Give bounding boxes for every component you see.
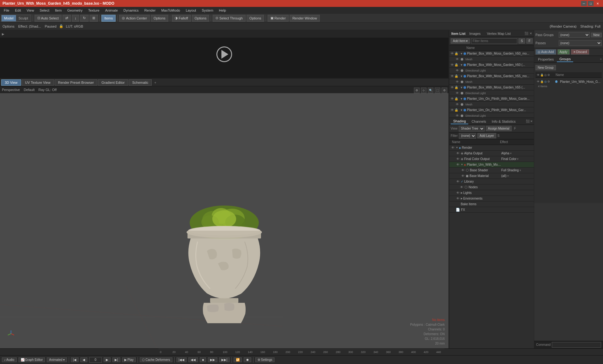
select-through-btn[interactable]: ⊙ Select Through [213, 15, 245, 22]
expand-triangle-icon[interactable]: ▶ [461, 197, 463, 200]
shader-row-environments[interactable]: 👁 ▶ Environments [449, 196, 534, 201]
maximize-button[interactable]: □ [588, 1, 594, 6]
list-item[interactable]: 👁🔒 ▼ Planter_Box_With_Moss_Garden_h55_mo… [449, 73, 534, 79]
assign-material-btn[interactable]: Assign Material [486, 126, 512, 131]
add-viewport-tab-btn[interactable]: + [152, 80, 158, 85]
collapse-arrow-icon[interactable]: ▼ [460, 97, 463, 100]
menu-select[interactable]: Select [37, 8, 52, 13]
3d-viewport[interactable]: Perspective Default Ray GL: Off ⚙ ⊹ 🔍 ⬚ … [0, 86, 448, 348]
close-button[interactable]: ✕ [595, 1, 600, 6]
collapse-arrow-icon[interactable]: ▼ [460, 75, 463, 78]
transform-btn1[interactable]: ⇄ [62, 15, 71, 22]
play-btn[interactable]: ▶ Play [122, 357, 136, 362]
shader-tree[interactable]: 👁 ▼ ● Render 👁 ◈ Alpha Output Alpha ▾ [449, 145, 534, 348]
shading-close-icon[interactable]: ✕ [530, 120, 533, 123]
expand-triangle-icon[interactable]: ▼ [461, 163, 463, 166]
list-item[interactable]: 👁 Directional Light [449, 113, 534, 117]
shader-row-planter-group[interactable]: 👁 ▼ ● Planter_Urn_With_Moss_Ga... [449, 162, 534, 168]
add-item-btn[interactable]: Add Item ▾ [451, 38, 470, 44]
eye-icon[interactable]: 👁 [456, 69, 459, 72]
next-frame-btn[interactable]: ▶ [104, 357, 111, 362]
menu-layout[interactable]: Layout [183, 8, 198, 13]
shader-row-fx[interactable]: 📄 FX [449, 207, 534, 213]
item-list-content[interactable]: 👁🔒 ▼ Planter_Box_With_Moss_Garden_h50_mo… [449, 51, 534, 117]
groups-tab[interactable]: Groups [557, 56, 573, 62]
group-row[interactable]: 👁 🔒 ◎ ⚙ Planter_Urn_With_Hoss_G... [535, 78, 602, 85]
sh-eye-icon[interactable]: 👁 [456, 163, 460, 167]
sh-eye-icon[interactable]: 👁 [456, 151, 460, 156]
eye-icon[interactable]: 👁 [456, 57, 459, 61]
eye-icon[interactable]: 👁 [456, 103, 459, 106]
filter-s-btn[interactable]: S [519, 38, 525, 44]
filter-select[interactable]: (none) [459, 133, 476, 139]
prev-frame-2-btn[interactable]: |◀◀ [177, 357, 187, 362]
tab-gradient-editor[interactable]: Gradient Editor [98, 79, 128, 86]
shading-expand-icon[interactable]: ⬛ [526, 120, 530, 123]
menu-texture[interactable]: Texture [86, 8, 102, 13]
animated-btn[interactable]: Animated ▾ [47, 357, 67, 362]
effect-dropdown-icon[interactable]: ▾ [517, 157, 519, 161]
panel-expand-icon[interactable]: ⬛ [524, 32, 528, 35]
passes-select[interactable]: (none) [559, 40, 602, 46]
list-item[interactable]: 👁🔒 ▼ Planter_Box_With_Moss_Garden_h55 (.… [449, 85, 534, 90]
menu-item[interactable]: Item [52, 8, 64, 13]
next-frame-2-btn[interactable]: ▶▶| [219, 357, 230, 362]
shader-row-library[interactable]: 👁 ✓ Library [449, 179, 534, 185]
group-gear-icon[interactable]: ⚙ [547, 80, 550, 83]
eye-icon[interactable]: 👁 [451, 52, 454, 55]
auto-select-btn[interactable]: ⊡ Auto Select [35, 15, 62, 22]
items-btn[interactable]: Items [101, 15, 116, 22]
filter-f-btn[interactable]: F [526, 38, 533, 44]
minimize-button[interactable]: ─ [581, 1, 587, 6]
options-btn-1[interactable]: Options [151, 15, 168, 22]
action-center-btn[interactable]: ◎ Action Center [119, 15, 150, 22]
prev-frame-btn[interactable]: ◀ [80, 357, 87, 362]
stop-btn[interactable]: ■ [200, 357, 206, 362]
eye-icon[interactable]: 👁 [451, 86, 454, 89]
tab-render-preset-browser[interactable]: Render Preset Browser [55, 79, 97, 86]
list-item[interactable]: 👁 Directional Light [449, 90, 534, 96]
collapse-arrow-icon[interactable]: ▼ [460, 109, 463, 112]
expand-triangle-icon[interactable]: ▼ [456, 146, 458, 149]
apply-btn[interactable]: Apply [557, 49, 570, 55]
cache-deformers-btn[interactable]: ⬡ Cache Deformers [140, 357, 172, 362]
graph-editor-btn[interactable]: 📈 Graph Editor [19, 357, 45, 362]
viewport-settings-btn[interactable]: ⚙ [414, 88, 420, 93]
new-group-btn[interactable]: New Group [535, 65, 556, 70]
next-keyframe-btn[interactable]: ▶| [112, 357, 120, 362]
eye-icon[interactable]: 👁 [456, 80, 459, 83]
eye-icon[interactable]: 👁 [451, 108, 454, 112]
play-back-btn[interactable]: ◀◀ [188, 357, 198, 362]
model-mode-btn[interactable]: Model [2, 15, 16, 21]
settings-btn[interactable]: ⚙ Settings [255, 357, 274, 362]
images-tab[interactable]: Images [467, 31, 483, 36]
effect-dropdown-icon[interactable]: ▾ [510, 152, 512, 155]
sh-eye-icon[interactable]: 👁 [461, 174, 465, 178]
shader-row-nodes[interactable]: 👁 ⬡ Nodes [449, 185, 534, 190]
list-item[interactable]: 👁🔒 ▼ Planter_Urn_On_Plinth_With_Moss_Gar… [449, 107, 534, 113]
menu-system[interactable]: System [199, 8, 216, 13]
menu-maxtomodo[interactable]: MaxToModo [159, 8, 182, 13]
auto-add-btn[interactable]: ◎ Auto Add [535, 49, 556, 55]
tab-schematic[interactable]: Schematic [129, 79, 152, 86]
audio-btn[interactable]: ♪ Audio [2, 357, 17, 362]
transform-btn4[interactable]: ⊞ [90, 15, 98, 22]
eye-icon[interactable]: 👁 [451, 63, 454, 67]
effect-dropdown-icon[interactable]: ▾ [519, 169, 521, 172]
transform-btn3[interactable]: ↻ [80, 15, 89, 22]
menu-edit[interactable]: Edit [13, 8, 24, 13]
expand-triangle-icon[interactable]: ▶ [461, 191, 463, 194]
collapse-arrow-icon[interactable]: ▼ [460, 86, 463, 89]
record-btn[interactable]: ⏺ [244, 357, 251, 362]
sh-eye-icon[interactable]: 👁 [451, 146, 455, 150]
render-btn[interactable]: ▣ Render [268, 15, 289, 22]
menu-animate[interactable]: Animate [103, 8, 120, 13]
group-eye-icon[interactable]: 👁 [537, 80, 540, 83]
add-layer-btn[interactable]: Add Layer [477, 133, 496, 138]
menu-render[interactable]: Render [142, 8, 158, 13]
list-item[interactable]: 👁 Mesh [449, 56, 534, 62]
prop-add-icon[interactable]: + [600, 57, 602, 61]
discard-btn[interactable]: ✕ Discard [571, 49, 589, 55]
list-item[interactable]: 👁 Directional Light [449, 68, 534, 73]
sh-eye-icon[interactable]: 👁 [456, 157, 460, 161]
